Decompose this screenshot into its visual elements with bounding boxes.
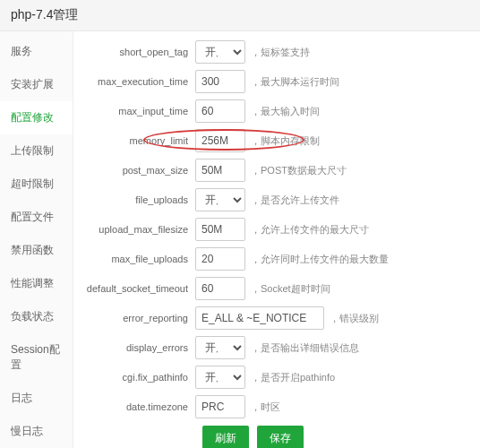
sidebar: 服务安装扩展配置修改上传限制超时限制配置文件禁用函数性能调整负载状态Sessio… [0, 31, 73, 448]
sidebar-item-4[interactable]: 超时限制 [0, 168, 73, 201]
setting-row-default_socket_timeout: default_socket_timeout，Socket超时时间 [79, 277, 475, 300]
sidebar-item-7[interactable]: 性能调整 [0, 267, 73, 300]
setting-input-short_open_tag[interactable]: 开启 [195, 40, 245, 64]
sidebar-item-5[interactable]: 配置文件 [0, 201, 73, 234]
setting-desc: ，时区 [251, 401, 280, 414]
setting-desc: ，是否允许上传文件 [251, 194, 339, 207]
setting-label: memory_limit [79, 135, 195, 146]
sidebar-item-6[interactable]: 禁用函数 [0, 234, 73, 267]
sidebar-item-9[interactable]: Session配置 [0, 333, 73, 382]
setting-row-max_execution_time: max_execution_time，最大脚本运行时间 [79, 70, 475, 93]
setting-input-default_socket_timeout[interactable] [195, 277, 245, 300]
setting-row-cgi.fix_pathinfo: cgi.fix_pathinfo开启，是否开启pathinfo [79, 366, 475, 389]
setting-input-upload_max_filesize[interactable] [195, 218, 245, 241]
setting-label: max_input_time [79, 106, 195, 116]
setting-desc: ，允许同时上传文件的最大数量 [251, 253, 389, 266]
save-button[interactable]: 保存 [257, 426, 304, 448]
setting-desc: ，允许上传文件的最大尺寸 [251, 223, 369, 237]
setting-input-max_input_time[interactable] [195, 99, 245, 123]
setting-desc: ，是否开启pathinfo [251, 371, 335, 384]
setting-label: short_open_tag [79, 47, 195, 57]
setting-row-max_file_uploads: max_file_uploads，允许同时上传文件的最大数量 [79, 247, 475, 271]
setting-label: post_max_size [79, 165, 195, 176]
sidebar-item-8[interactable]: 负载状态 [0, 300, 73, 333]
setting-input-post_max_size[interactable] [195, 159, 245, 182]
setting-row-file_uploads: file_uploads开启，是否允许上传文件 [79, 188, 475, 211]
setting-input-display_errors[interactable]: 开启 [195, 336, 245, 359]
setting-label: cgi.fix_pathinfo [79, 372, 195, 383]
setting-desc: ，最大输入时间 [251, 105, 320, 118]
settings-panel: short_open_tag开启，短标签支持max_execution_time… [73, 31, 480, 448]
setting-row-error_reporting: error_reporting，错误级别 [79, 306, 475, 330]
setting-row-short_open_tag: short_open_tag开启，短标签支持 [79, 40, 475, 64]
setting-row-max_input_time: max_input_time，最大输入时间 [79, 99, 475, 123]
setting-label: upload_max_filesize [79, 224, 195, 235]
sidebar-item-11[interactable]: 慢日志 [0, 415, 73, 448]
setting-input-error_reporting[interactable] [195, 306, 324, 330]
setting-input-max_file_uploads[interactable] [195, 247, 245, 271]
setting-desc: ，最大脚本运行时间 [251, 75, 339, 89]
setting-input-memory_limit[interactable] [195, 129, 245, 152]
setting-row-upload_max_filesize: upload_max_filesize，允许上传文件的最大尺寸 [79, 218, 475, 241]
setting-input-date.timezone[interactable] [195, 395, 245, 418]
setting-label: default_socket_timeout [79, 283, 195, 294]
setting-label: file_uploads [79, 194, 195, 205]
setting-row-post_max_size: post_max_size，POST数据最大尺寸 [79, 159, 475, 182]
setting-desc: ，错误级别 [330, 312, 379, 325]
setting-input-file_uploads[interactable]: 开启 [195, 188, 245, 211]
sidebar-item-0[interactable]: 服务 [0, 35, 73, 68]
setting-row-memory_limit: memory_limit，脚本内存限制 [79, 129, 475, 152]
setting-desc: ，短标签支持 [251, 46, 310, 59]
setting-desc: ，是否输出详细错误信息 [251, 341, 359, 355]
setting-label: date.timezone [79, 401, 195, 412]
sidebar-item-10[interactable]: 日志 [0, 382, 73, 415]
setting-label: error_reporting [79, 313, 195, 323]
setting-label: max_execution_time [79, 76, 195, 87]
sidebar-item-1[interactable]: 安装扩展 [0, 68, 73, 101]
setting-label: max_file_uploads [79, 254, 195, 264]
setting-row-display_errors: display_errors开启，是否输出详细错误信息 [79, 336, 475, 359]
sidebar-item-3[interactable]: 上传限制 [0, 134, 73, 168]
setting-row-date.timezone: date.timezone，时区 [79, 395, 475, 418]
setting-input-max_execution_time[interactable] [195, 70, 245, 93]
setting-desc: ，POST数据最大尺寸 [251, 164, 347, 177]
setting-desc: ，脚本内存限制 [251, 134, 320, 148]
sidebar-item-2[interactable]: 配置修改 [0, 101, 73, 134]
setting-label: display_errors [79, 342, 195, 353]
page-title: php-7.4管理 [0, 0, 480, 31]
setting-desc: ，Socket超时时间 [251, 282, 330, 296]
refresh-button[interactable]: 刷新 [202, 426, 249, 448]
setting-input-cgi.fix_pathinfo[interactable]: 开启 [195, 366, 245, 389]
